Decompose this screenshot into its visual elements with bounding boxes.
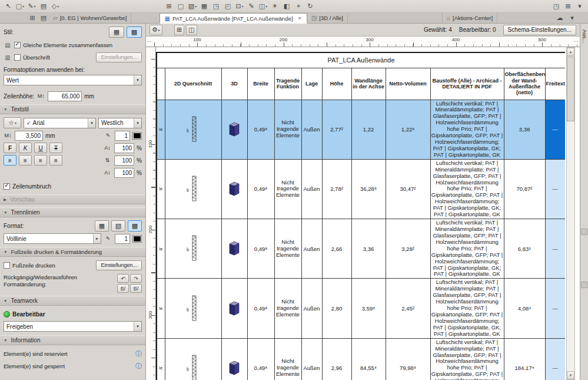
close-tab-icon[interactable]: × bbox=[297, 15, 303, 21]
trace-reference-icon[interactable]: ◫▾ bbox=[258, 1, 268, 11]
pop-up-navigator-icon[interactable]: ▤ bbox=[38, 13, 49, 23]
style-option-1-button[interactable]: ▦ bbox=[109, 27, 124, 38]
cell-netto-volumen[interactable]: 3,28² bbox=[386, 219, 430, 279]
vertical-ruler[interactable]: 100200300 bbox=[146, 47, 156, 380]
scroll-down-icon[interactable]: ▼ bbox=[567, 371, 574, 379]
style-option-2-button[interactable]: ▩ bbox=[127, 27, 142, 38]
panel-handle[interactable] bbox=[581, 282, 587, 288]
favorite-style-button[interactable]: ☆▾ bbox=[4, 117, 21, 128]
section-2d-cell[interactable]: 49° bbox=[165, 100, 221, 159]
column-header[interactable]: Tragende Funktion bbox=[274, 68, 301, 100]
redo-icon[interactable]: ↷ bbox=[130, 274, 142, 283]
cell-netto-volumen[interactable]: 2,45² bbox=[386, 279, 430, 338]
cell-baustoffe[interactable]: Luftschicht vertikal; PAT | Mineraldämmp… bbox=[430, 159, 504, 219]
column-header[interactable]: Freitext bbox=[545, 68, 565, 100]
text-color-swatch[interactable] bbox=[132, 132, 142, 140]
cell-breite[interactable]: 0,49⁸ bbox=[247, 338, 274, 380]
column-header[interactable]: Breite bbox=[247, 68, 274, 100]
footer-print-checkbox[interactable] bbox=[4, 262, 10, 269]
cell-wandlaenge[interactable]: 3,59⁸ bbox=[351, 279, 386, 338]
word-wrap-checkbox[interactable]: ✓ bbox=[4, 183, 10, 190]
column-header[interactable] bbox=[157, 68, 165, 100]
column-header[interactable]: Netto-Volumen bbox=[386, 68, 430, 100]
schedule-sheet[interactable]: PAT_LCA Außenwände 2D Querschnitt3DBreit… bbox=[156, 47, 565, 380]
column-header[interactable]: Oberflächenbereich der Wand-Außenfläche … bbox=[504, 68, 545, 100]
table-row[interactable]: Ie 49° 0,49⁸ Nicht tragende Elemente Auß… bbox=[157, 279, 565, 338]
cloud-teamwork-icon[interactable]: ☁ bbox=[554, 13, 565, 23]
cell-baustoffe[interactable]: Luftschicht vertikal; PAT | Mineraldämmp… bbox=[430, 219, 504, 279]
align-left-button[interactable]: ≡ bbox=[4, 155, 16, 166]
separator-style-1-button[interactable]: ▦ bbox=[95, 220, 109, 232]
cell-netto-volumen[interactable]: 1,22⁸ bbox=[386, 100, 430, 159]
release-button[interactable]: Freigeben ▾ bbox=[4, 321, 142, 332]
cell-breite[interactable]: 0,49⁸ bbox=[247, 100, 274, 159]
cell-wandlaenge[interactable]: 36,28⁸ bbox=[351, 159, 386, 219]
rebuild-icon[interactable]: ↻ bbox=[305, 1, 315, 11]
cell-breite[interactable]: 0,49⁸ bbox=[247, 159, 274, 219]
toolbar-more-icon[interactable]: ▾ bbox=[574, 1, 585, 11]
preview-3d-cell[interactable] bbox=[221, 279, 247, 338]
layers-icon[interactable]: ▤ bbox=[38, 1, 49, 11]
info-icon[interactable]: ⓘ bbox=[135, 349, 142, 358]
section-information[interactable]: ▼ Information bbox=[0, 335, 145, 345]
separator-style-2-button[interactable]: ▧ bbox=[111, 220, 125, 232]
column-header[interactable]: 2D Querschnitt bbox=[165, 68, 221, 100]
panel-handle[interactable] bbox=[581, 229, 587, 235]
cell-lage[interactable]: Außen bbox=[301, 219, 322, 279]
headline-checkbox[interactable] bbox=[14, 54, 21, 61]
tab-list-dropdown-icon[interactable]: ▾ bbox=[567, 13, 577, 23]
column-header[interactable]: 3D bbox=[221, 68, 247, 100]
cell-netto-volumen[interactable]: 30,47² bbox=[386, 159, 430, 219]
font-script-select[interactable]: Westlich ▾ bbox=[98, 118, 142, 128]
cell-lage[interactable]: Außen bbox=[301, 100, 322, 159]
cell-oberflaeche[interactable]: 184,17⁴ bbox=[504, 338, 545, 380]
sun-study-icon[interactable]: ☀ bbox=[270, 1, 280, 11]
groups-icon[interactable]: ◳ bbox=[211, 1, 221, 11]
merge-uniform-items-icon[interactable]: ⊞ bbox=[174, 25, 184, 35]
font-family-select[interactable]: ✓ Arial ▾ bbox=[24, 118, 96, 128]
cell-tragende-funktion[interactable]: Nicht tragende Elemente bbox=[274, 219, 301, 279]
cell-lage[interactable]: Außen bbox=[301, 159, 322, 219]
section-2d-cell[interactable]: 49° bbox=[165, 279, 221, 338]
font-size-input[interactable]: 3,500 bbox=[15, 131, 43, 141]
cell-baustoffe[interactable]: Luftschicht vertikal; PAT | Mineraldämmp… bbox=[430, 338, 504, 380]
align-center-button[interactable]: ≡ bbox=[19, 155, 32, 166]
line-type-select[interactable]: Volllinie ▸ bbox=[4, 233, 101, 244]
column-header[interactable]: Lage bbox=[301, 68, 322, 100]
cell-breite[interactable]: 0,49⁸ bbox=[247, 219, 274, 279]
section-2d-cell[interactable]: 49° bbox=[165, 159, 221, 219]
cell-wandlaenge[interactable]: 84,55⁴ bbox=[351, 338, 386, 380]
align-right-button[interactable]: ≡ bbox=[34, 155, 47, 166]
cell-oberflaeche[interactable]: 70,87² bbox=[504, 159, 545, 219]
char-width-input[interactable]: 100 bbox=[114, 156, 134, 166]
cell-tragende-funktion[interactable]: Nicht tragende Elemente bbox=[274, 279, 301, 338]
headline-settings-button[interactable]: Einstellungen... bbox=[96, 52, 142, 62]
camera-icon[interactable]: ⌖ bbox=[293, 1, 304, 11]
tab-action-center[interactable]: ⌂[Aktions-Center] bbox=[442, 13, 497, 23]
section-trennlinien[interactable]: ▼ Trennlinien bbox=[0, 207, 145, 217]
preview-3d-cell[interactable] bbox=[221, 100, 247, 159]
info-icon[interactable]: ⓘ bbox=[135, 362, 142, 371]
cell-tragende-funktion[interactable]: Nicht tragende Elemente bbox=[274, 159, 301, 219]
cell-freitext[interactable]: — bbox=[545, 219, 565, 279]
column-header[interactable]: Höhe bbox=[322, 68, 351, 100]
cutaway-icon[interactable]: ◧ bbox=[281, 1, 292, 11]
footer-settings-button[interactable]: Einstellungen... bbox=[96, 260, 142, 270]
format-apply-select[interactable]: Wert ▾ bbox=[4, 75, 142, 85]
cell-baustoffe[interactable]: Luftschicht vertikal; PAT | Mineraldämmp… bbox=[430, 100, 504, 159]
text-pen-input[interactable]: 1 bbox=[115, 131, 130, 141]
editing-plane-icon[interactable]: ▦ bbox=[199, 1, 210, 11]
line-spacing-input[interactable]: 100 bbox=[114, 143, 134, 153]
cell-oberflaeche[interactable]: 3,38 bbox=[504, 100, 545, 159]
align-justify-button[interactable]: ≡ bbox=[49, 155, 62, 166]
gravity-icon[interactable]: ⊡▾ bbox=[234, 1, 245, 11]
preview-3d-cell[interactable] bbox=[221, 219, 247, 279]
section-teamwork[interactable]: ▼ Teamwork bbox=[0, 296, 145, 306]
guide-lines-icon[interactable]: ▧▾ bbox=[187, 1, 198, 11]
redo-format-icon[interactable]: B/ bbox=[130, 284, 142, 293]
cell-tragende-funktion[interactable]: Nicht tragende Elemente bbox=[274, 100, 301, 159]
column-header[interactable]: Baustoffe (Alle) - Archicad - DETAILIERT… bbox=[430, 68, 504, 100]
grid-display-icon[interactable]: ⊞ bbox=[164, 1, 174, 11]
undo-format-icon[interactable]: B/ bbox=[117, 284, 129, 293]
apply-format-icon[interactable]: ◫ bbox=[186, 25, 197, 35]
